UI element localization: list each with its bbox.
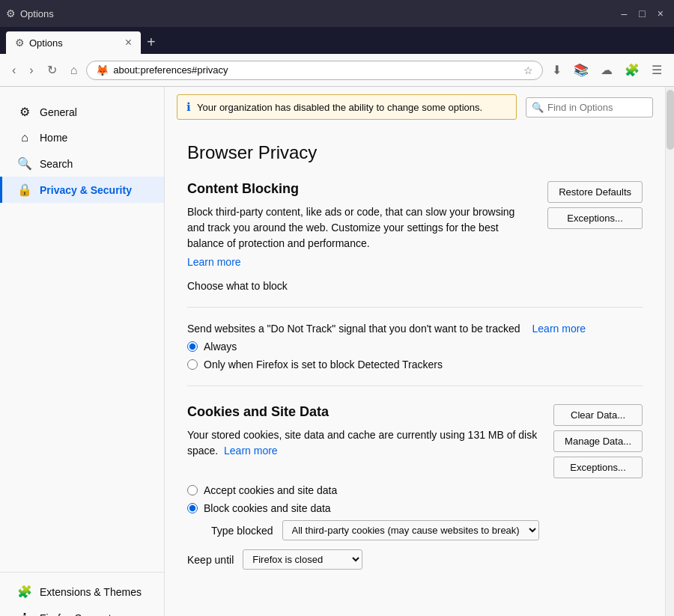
- active-tab[interactable]: ⚙ Options ×: [6, 31, 141, 54]
- dnt-always-label: Always: [204, 341, 237, 353]
- scrollbar[interactable]: [665, 87, 674, 616]
- block-cookies-label: Block cookies and site data: [204, 502, 331, 514]
- accept-cookies-radio[interactable]: [187, 485, 198, 495]
- sidebar-item-general[interactable]: ⚙ General: [0, 99, 164, 125]
- cookies-buttons: Clear Data... Manage Data... Exceptions.…: [553, 404, 643, 478]
- content-blocking-section: Content Blocking Block third-party conte…: [187, 181, 643, 370]
- main-content: ℹ Your organization has disabled the abi…: [165, 87, 665, 616]
- notice-text: Your organization has disabled the abili…: [197, 102, 482, 113]
- block-cookies-row: Block cookies and site data: [187, 502, 643, 514]
- keep-until-row: Keep until Firefox is closed They expire…: [187, 549, 643, 570]
- block-cookies-radio[interactable]: [187, 503, 198, 513]
- cookies-title: Cookies and Site Data: [187, 404, 538, 420]
- new-tab-button[interactable]: +: [144, 31, 159, 54]
- find-search-icon: 🔍: [532, 102, 544, 113]
- tab-gear-icon: ⚙: [15, 37, 25, 49]
- bookmark-icon[interactable]: ☆: [523, 64, 533, 76]
- clear-data-button[interactable]: Clear Data...: [553, 404, 643, 426]
- page-title: Browser Privacy: [187, 142, 643, 163]
- do-not-track-section: Send websites a "Do Not Track" signal th…: [187, 323, 643, 370]
- firefox-logo-icon: 🦊: [96, 64, 109, 76]
- tab-label: Options: [29, 37, 63, 49]
- dnt-text: Send websites a "Do Not Track" signal th…: [187, 323, 520, 335]
- sidebar-item-support[interactable]: ℹ Firefox Support: [0, 605, 164, 616]
- sidebar-item-extensions[interactable]: 🧩 Extensions & Themes: [0, 579, 164, 605]
- browser-content: ⚙ General ⌂ Home 🔍 Search 🔒 Privacy & Se…: [0, 87, 674, 616]
- keep-until-label: Keep until: [187, 554, 234, 566]
- cookies-section: Cookies and Site Data Your stored cookie…: [187, 404, 643, 570]
- section-divider-1: [187, 307, 643, 308]
- tab-close-btn[interactable]: ×: [125, 36, 132, 49]
- content-blocking-buttons: Restore Defaults Exceptions...: [547, 181, 643, 229]
- sidebar-label-extensions: Extensions & Themes: [40, 586, 142, 598]
- type-blocked-label: Type blocked: [211, 525, 273, 537]
- sidebar-label-general: General: [40, 106, 77, 118]
- type-blocked-row: Type blocked All third-party cookies (ma…: [211, 520, 643, 540]
- content-blocking-learn-more[interactable]: Learn more: [187, 256, 241, 268]
- tab-bar: ⚙ Options × +: [0, 27, 674, 54]
- manage-data-button[interactable]: Manage Data...: [553, 430, 643, 452]
- navigation-bar: ‹ › ↻ ⌂ 🦊 about:preferences#privacy ☆ ⬇ …: [0, 54, 674, 87]
- find-bar-container: 🔍: [526, 97, 653, 118]
- window-title: Options: [20, 8, 617, 19]
- info-circle-icon: ℹ: [186, 100, 191, 114]
- menu-button[interactable]: ☰: [647, 60, 667, 80]
- toolbar-icons: ⬇ 📚 ☁ 🧩 ☰: [547, 60, 667, 80]
- type-blocked-dropdown[interactable]: All third-party cookies (may cause websi…: [282, 520, 539, 540]
- puzzle-icon: 🧩: [17, 585, 32, 599]
- sidebar: ⚙ General ⌂ Home 🔍 Search 🔒 Privacy & Se…: [0, 87, 165, 616]
- dnt-row: Send websites a "Do Not Track" signal th…: [187, 323, 643, 335]
- sidebar-item-privacy[interactable]: 🔒 Privacy & Security: [0, 177, 164, 203]
- find-wrapper: 🔍: [526, 97, 653, 118]
- url-bar[interactable]: 🦊 about:preferences#privacy ☆: [86, 61, 543, 80]
- sidebar-bottom: 🧩 Extensions & Themes ℹ Firefox Support: [0, 572, 164, 616]
- content-blocking-header-row: Content Blocking Block third-party conte…: [187, 181, 643, 268]
- window-maximize[interactable]: □: [634, 4, 649, 22]
- accept-cookies-row: Accept cookies and site data: [187, 484, 643, 496]
- keep-until-dropdown[interactable]: Firefox is closed They expire I close th…: [243, 549, 362, 570]
- extensions-btn[interactable]: 🧩: [620, 60, 644, 80]
- sidebar-label-support: Firefox Support: [40, 612, 112, 617]
- window-minimize[interactable]: –: [617, 4, 632, 22]
- content-blocking-exceptions-button[interactable]: Exceptions...: [547, 207, 643, 229]
- org-notice-bar: ℹ Your organization has disabled the abi…: [177, 94, 517, 120]
- dnt-firefox-only-row: Only when Firefox is set to block Detect…: [187, 359, 643, 370]
- restore-defaults-button[interactable]: Restore Defaults: [547, 181, 643, 203]
- cookies-header-row: Cookies and Site Data Your stored cookie…: [187, 404, 643, 478]
- dnt-learn-more[interactable]: Learn more: [532, 323, 586, 335]
- search-icon: 🔍: [17, 156, 32, 171]
- content-blocking-text-col: Content Blocking Block third-party conte…: [187, 181, 532, 268]
- sidebar-item-home[interactable]: ⌂ Home: [0, 125, 164, 150]
- top-area: ℹ Your organization has disabled the abi…: [165, 87, 665, 127]
- reload-button[interactable]: ↻: [43, 60, 61, 80]
- library-button[interactable]: 📚: [569, 60, 593, 80]
- home-icon: ⌂: [17, 131, 32, 144]
- downloads-button[interactable]: ⬇: [547, 60, 566, 80]
- sidebar-item-search[interactable]: 🔍 Search: [0, 150, 164, 177]
- sync-button[interactable]: ☁: [596, 60, 617, 80]
- dnt-always-radio[interactable]: [187, 341, 198, 352]
- back-button[interactable]: ‹: [7, 61, 20, 80]
- forward-button[interactable]: ›: [25, 61, 37, 80]
- scrollbar-thumb[interactable]: [667, 90, 674, 150]
- window-close[interactable]: ×: [653, 4, 668, 22]
- dnt-firefox-radio[interactable]: [187, 359, 198, 370]
- home-button[interactable]: ⌂: [66, 61, 82, 80]
- sidebar-label-search: Search: [40, 158, 73, 170]
- sidebar-label-privacy: Privacy & Security: [40, 184, 132, 196]
- title-bar: ⚙ Options – □ ×: [0, 0, 674, 27]
- section-divider-2: [187, 385, 643, 386]
- dnt-firefox-label: Only when Firefox is set to block Detect…: [204, 359, 443, 370]
- info-icon: ℹ: [17, 611, 32, 616]
- content-blocking-title: Content Blocking: [187, 181, 532, 197]
- accept-cookies-label: Accept cookies and site data: [204, 484, 337, 496]
- choose-block-label: Choose what to block: [187, 280, 643, 292]
- find-input[interactable]: [526, 97, 653, 118]
- dnt-always-row: Always: [187, 341, 643, 353]
- lock-icon: 🔒: [17, 183, 32, 197]
- url-text: about:preferences#privacy: [113, 64, 519, 76]
- cookies-learn-more[interactable]: Learn more: [224, 445, 278, 457]
- gear-icon: ⚙: [17, 105, 32, 119]
- cookies-desc: Your stored cookies, site data and cache…: [187, 427, 538, 459]
- cookies-exceptions-button[interactable]: Exceptions...: [553, 457, 643, 478]
